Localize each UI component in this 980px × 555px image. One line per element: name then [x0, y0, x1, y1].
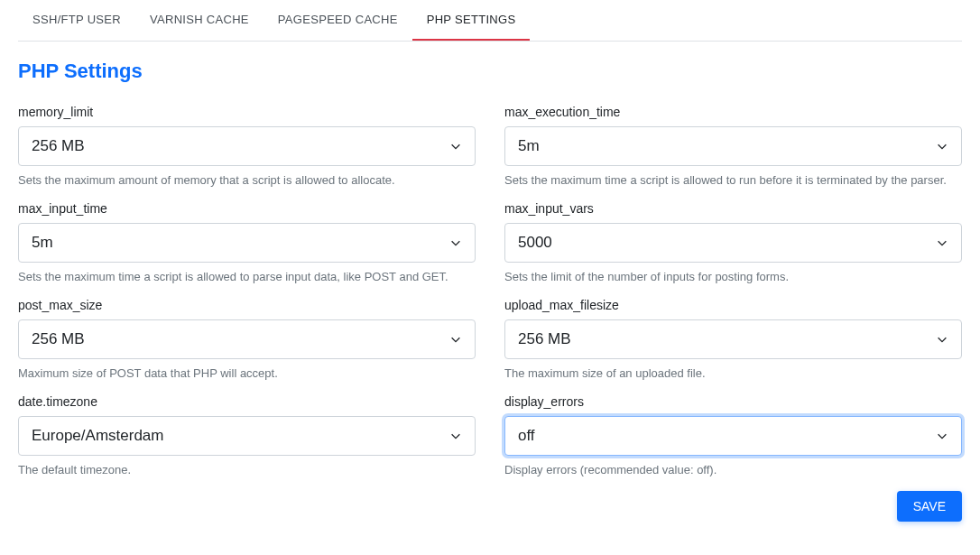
select-memory-limit[interactable]: 256 MB: [18, 126, 476, 166]
chevron-down-icon: [936, 140, 948, 153]
select-display-errors-value: off: [518, 427, 535, 445]
field-max-input-time: max_input_time 5m Sets the maximum time …: [18, 201, 476, 283]
field-max-execution-time: max_execution_time 5m Sets the maximum t…: [504, 105, 962, 187]
select-date-timezone[interactable]: Europe/Amsterdam: [18, 416, 476, 456]
chevron-down-icon: [936, 236, 948, 249]
tab-pagespeed-cache[interactable]: PAGESPEED CACHE: [263, 0, 412, 41]
help-upload-max-filesize: The maximum size of an uploaded file.: [504, 366, 962, 380]
tabs-bar: SSH/FTP USER VARNISH CACHE PAGESPEED CAC…: [18, 0, 962, 42]
tab-varnish-cache[interactable]: VARNISH CACHE: [135, 0, 263, 41]
help-max-input-time: Sets the maximum time a script is allowe…: [18, 270, 476, 283]
field-max-input-vars: max_input_vars 5000 Sets the limit of th…: [504, 201, 962, 283]
chevron-down-icon: [449, 430, 462, 442]
label-max-input-time: max_input_time: [18, 201, 476, 216]
select-display-errors[interactable]: off: [504, 416, 962, 456]
help-memory-limit: Sets the maximum amount of memory that a…: [18, 173, 476, 187]
tab-ssh-ftp-user[interactable]: SSH/FTP USER: [18, 0, 135, 41]
php-settings-form: memory_limit 256 MB Sets the maximum amo…: [18, 105, 962, 476]
help-post-max-size: Maximum size of POST data that PHP will …: [18, 366, 476, 380]
chevron-down-icon: [449, 140, 462, 153]
help-max-input-vars: Sets the limit of the number of inputs f…: [504, 270, 962, 283]
label-date-timezone: date.timezone: [18, 394, 476, 409]
field-display-errors: display_errors off Display errors (recom…: [504, 394, 962, 476]
select-upload-max-filesize-value: 256 MB: [518, 330, 571, 348]
label-display-errors: display_errors: [504, 394, 962, 409]
actions-bar: SAVE: [18, 491, 962, 522]
tab-php-settings[interactable]: PHP SETTINGS: [412, 0, 531, 41]
save-button[interactable]: SAVE: [897, 491, 962, 522]
page-title: PHP Settings: [18, 60, 962, 83]
select-max-input-vars[interactable]: 5000: [504, 223, 962, 263]
select-upload-max-filesize[interactable]: 256 MB: [504, 319, 962, 359]
select-max-input-vars-value: 5000: [518, 234, 552, 252]
label-max-execution-time: max_execution_time: [504, 105, 962, 119]
chevron-down-icon: [936, 430, 948, 442]
select-post-max-size[interactable]: 256 MB: [18, 319, 476, 359]
help-display-errors: Display errors (recommended value: off).: [504, 463, 962, 476]
select-max-execution-time[interactable]: 5m: [504, 126, 962, 166]
help-date-timezone: The default timezone.: [18, 463, 476, 476]
field-post-max-size: post_max_size 256 MB Maximum size of POS…: [18, 298, 476, 380]
field-upload-max-filesize: upload_max_filesize 256 MB The maximum s…: [504, 298, 962, 380]
select-max-execution-time-value: 5m: [518, 137, 540, 155]
select-post-max-size-value: 256 MB: [32, 330, 85, 348]
label-max-input-vars: max_input_vars: [504, 201, 962, 216]
chevron-down-icon: [449, 236, 462, 249]
select-memory-limit-value: 256 MB: [32, 137, 85, 155]
field-memory-limit: memory_limit 256 MB Sets the maximum amo…: [18, 105, 476, 187]
chevron-down-icon: [449, 333, 462, 346]
chevron-down-icon: [936, 333, 948, 346]
label-upload-max-filesize: upload_max_filesize: [504, 298, 962, 312]
label-memory-limit: memory_limit: [18, 105, 476, 119]
select-date-timezone-value: Europe/Amsterdam: [32, 427, 163, 445]
select-max-input-time-value: 5m: [32, 234, 53, 252]
field-date-timezone: date.timezone Europe/Amsterdam The defau…: [18, 394, 476, 476]
help-max-execution-time: Sets the maximum time a script is allowe…: [504, 173, 962, 187]
select-max-input-time[interactable]: 5m: [18, 223, 476, 263]
label-post-max-size: post_max_size: [18, 298, 476, 312]
